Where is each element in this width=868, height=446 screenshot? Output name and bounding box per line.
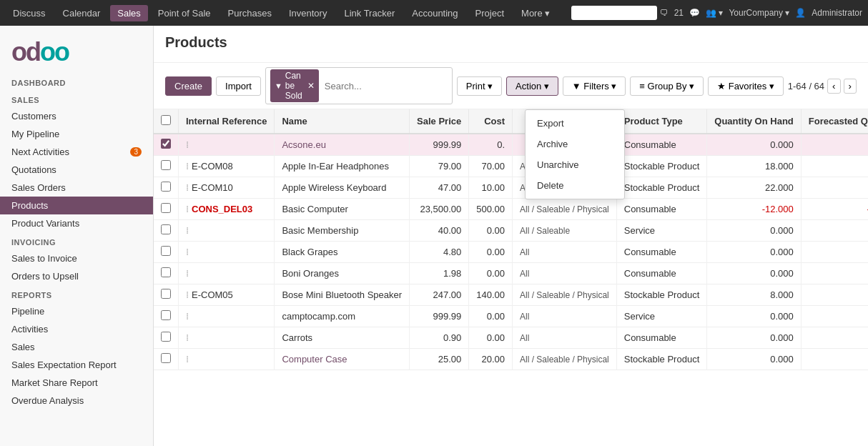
nav-sales[interactable]: Sales — [110, 5, 148, 21]
nav-discuss[interactable]: Discuss — [6, 5, 53, 21]
nav-messages-icon[interactable]: 🗨 — [660, 8, 669, 18]
products-table-container: Internal Reference Name Sale Price Cost … — [154, 109, 868, 446]
action-delete[interactable]: Delete — [526, 175, 624, 196]
global-search-input[interactable] — [571, 6, 657, 20]
drag-handle-icon[interactable]: ⁞ — [186, 247, 189, 257]
pagination-next[interactable]: › — [844, 79, 857, 94]
row-product-type: Consumable — [616, 242, 707, 263]
nav-purchases[interactable]: Purchases — [221, 5, 279, 21]
sidebar-item-market-share[interactable]: Market Share Report — [0, 374, 153, 392]
group-by-button[interactable]: ≡ Group By ▾ — [630, 76, 704, 96]
search-input[interactable] — [322, 79, 448, 93]
row-category: All — [513, 327, 617, 349]
nav-point-of-sale[interactable]: Point of Sale — [151, 5, 218, 21]
row-name: Carrots — [275, 327, 410, 349]
row-checkbox[interactable] — [161, 160, 171, 170]
nav-company[interactable]: YourCompany ▾ — [729, 8, 789, 18]
row-sale-price: 247.00 — [410, 284, 469, 306]
drag-handle-icon[interactable]: ⁞ — [186, 354, 189, 365]
row-checkbox[interactable] — [161, 182, 171, 192]
row-checkbox[interactable] — [161, 139, 171, 149]
drag-handle-icon[interactable]: ⁞ — [186, 161, 189, 172]
row-checkbox-cell — [154, 327, 179, 349]
drag-handle-icon[interactable]: ⁞ — [186, 268, 189, 279]
top-nav-right: 🗨 21 💬 👥 ▾ YourCompany ▾ 👤 Administrator — [660, 8, 862, 18]
select-all-checkbox[interactable] — [161, 115, 171, 125]
action-button[interactable]: Action ▾ — [506, 76, 558, 96]
row-qty-on-hand: 0.000 — [707, 242, 802, 263]
drag-handle-icon[interactable]: ⁞ — [186, 332, 189, 343]
row-checkbox[interactable] — [161, 289, 171, 299]
nav-chat-icon[interactable]: 💬 — [689, 8, 700, 18]
drag-handle-icon[interactable]: ⁞ — [186, 182, 189, 193]
page-title: Products — [165, 34, 857, 51]
sidebar-item-product-variants[interactable]: Product Variants — [0, 214, 153, 232]
row-qty-on-hand: 0.000 — [707, 306, 802, 327]
action-export[interactable]: Export — [526, 113, 624, 134]
nav-inventory[interactable]: Inventory — [282, 5, 334, 21]
row-category: All — [513, 306, 617, 327]
sidebar-item-products[interactable]: Products — [0, 197, 153, 214]
drag-handle-icon[interactable]: ⁞ — [186, 225, 189, 236]
row-checkbox[interactable] — [161, 267, 171, 277]
row-checkbox[interactable] — [161, 353, 171, 363]
row-checkbox[interactable] — [161, 310, 171, 320]
sidebar-item-pipeline[interactable]: Pipeline — [0, 302, 153, 320]
sidebar-item-orders-to-upsell[interactable]: Orders to Upsell — [0, 267, 153, 285]
create-button[interactable]: Create — [165, 76, 212, 96]
filters-button[interactable]: ▼ Filters ▾ — [563, 76, 626, 96]
filter-tag-remove[interactable]: ✕ — [307, 81, 315, 91]
sidebar-item-sales-to-invoice[interactable]: Sales to Invoice — [0, 249, 153, 267]
nav-accounting[interactable]: Accounting — [405, 5, 465, 21]
row-forecasted-qty: 8.000 — [801, 284, 868, 306]
action-unarchive[interactable]: Unarchive — [526, 154, 624, 175]
sidebar-item-overdue-analysis[interactable]: Overdue Analysis — [0, 392, 153, 410]
row-checkbox[interactable] — [161, 332, 171, 342]
table-row: ⁞ CONS_DEL03 Basic Computer 23,500.00 50… — [154, 199, 868, 220]
next-activities-badge: 3 — [130, 147, 142, 157]
col-qty-on-hand: Quantity On Hand — [707, 109, 802, 134]
nav-calendar[interactable]: Calendar — [56, 5, 108, 21]
favorites-button[interactable]: ★ Favorites ▾ — [708, 76, 784, 96]
row-checkbox[interactable] — [161, 246, 171, 256]
table-row: ⁞ E-COM05 Bose Mini Bluetooth Speaker 24… — [154, 284, 868, 306]
row-category: All / Saleable / Physical — [513, 349, 617, 370]
row-name-link[interactable]: Acsone.eu — [282, 139, 325, 150]
top-navigation: Discuss Calendar Sales Point of Sale Pur… — [0, 0, 868, 26]
nav-link-tracker[interactable]: Link Tracker — [337, 5, 402, 21]
drag-handle-icon[interactable]: ⁞ — [186, 139, 189, 150]
table-row: ⁞ Basic Membership 40.00 0.00 All / Sale… — [154, 220, 868, 242]
nav-team-icon[interactable]: 👥 ▾ — [706, 8, 723, 18]
row-qty-on-hand: -12.000 — [707, 199, 802, 220]
sidebar-item-quotations[interactable]: Quotations — [0, 161, 153, 179]
row-drag-ref: ⁞ — [179, 263, 275, 284]
sidebar-item-activities[interactable]: Activities — [0, 320, 153, 338]
nav-user-name[interactable]: Administrator — [812, 8, 862, 18]
row-forecasted-qty: -1.000 — [801, 349, 868, 370]
drag-handle-icon[interactable]: ⁞ — [186, 204, 189, 214]
pagination-text: 1-64 / 64 — [788, 81, 824, 91]
drag-handle-icon[interactable]: ⁞ — [186, 289, 189, 300]
nav-more[interactable]: More ▾ — [514, 5, 557, 21]
drag-handle-icon[interactable]: ⁞ — [186, 311, 189, 322]
sidebar-item-sales-orders[interactable]: Sales Orders — [0, 179, 153, 197]
row-name-link[interactable]: Computer Case — [282, 354, 347, 365]
nav-user-avatar[interactable]: 👤 — [795, 8, 806, 18]
sidebar-item-customers[interactable]: Customers — [0, 107, 153, 125]
sidebar-item-next-activities[interactable]: Next Activities 3 — [0, 143, 153, 161]
import-button[interactable]: Import — [216, 76, 261, 96]
sidebar-item-my-pipeline[interactable]: My Pipeline — [0, 125, 153, 143]
nav-project[interactable]: Project — [468, 5, 511, 21]
row-cost: 0.00 — [469, 327, 513, 349]
row-sale-price: 25.00 — [410, 349, 469, 370]
nav-user-count[interactable]: 21 — [674, 8, 684, 18]
filter-tag-can-be-sold[interactable]: ▼ Can be Sold ✕ — [270, 69, 319, 102]
action-archive[interactable]: Archive — [526, 134, 624, 154]
sidebar-item-sales-report[interactable]: Sales — [0, 338, 153, 356]
sidebar-item-sales-expectation[interactable]: Sales Expectation Report — [0, 356, 153, 374]
print-button[interactable]: Print ▾ — [457, 76, 502, 96]
row-checkbox[interactable] — [161, 224, 171, 234]
row-checkbox-cell — [154, 177, 179, 199]
pagination-prev[interactable]: ‹ — [827, 79, 840, 94]
row-checkbox[interactable] — [161, 203, 171, 213]
